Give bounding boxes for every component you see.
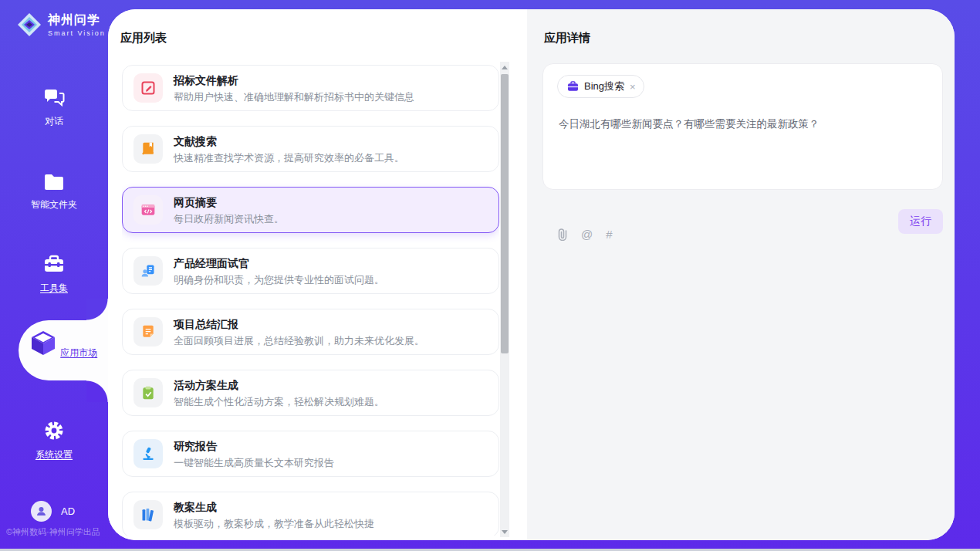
cube-icon bbox=[29, 330, 57, 356]
app-card-desc: 全面回顾项目进展，总结经验教训，助力未来优化发展。 bbox=[174, 333, 424, 348]
app-card-lesson-plan[interactable]: 教案生成 模板驱动，教案秒成，教学准备从此轻松快捷 bbox=[122, 492, 499, 536]
person-icon bbox=[35, 505, 47, 517]
app-card-list: 招标文件解析 帮助用户快速、准确地理解和解析招标书中的关键信息 文献搜索 bbox=[122, 65, 499, 536]
input-toolbar: @ # bbox=[557, 228, 613, 241]
brand-logo: 神州问学 Smart Vision bbox=[17, 12, 106, 37]
app-card-web-summary[interactable]: 网页摘要 每日政府新闻资讯快查。 bbox=[122, 187, 499, 233]
app-card-literature-search[interactable]: 文献搜索 快速精准查找学术资源，提高研究效率的必备工具。 bbox=[122, 126, 499, 172]
app-card-project-summary[interactable]: 项目总结汇报 全面回顾项目进展，总结经验教训，助力未来优化发展。 bbox=[122, 309, 499, 355]
user-account[interactable]: AD bbox=[31, 501, 75, 522]
app-detail-title: 应用详情 bbox=[544, 31, 590, 46]
app-detail-panel: 应用详情 Bing搜索 × 今日湖北有哪些新闻要点？有哪些需要关注的最新政策？ bbox=[527, 9, 955, 540]
app-card-title: 产品经理面试官 bbox=[174, 255, 384, 271]
brand-diamond-icon bbox=[17, 12, 42, 37]
app-card-title: 网页摘要 bbox=[174, 194, 284, 210]
app-list-title: 应用列表 bbox=[120, 31, 167, 46]
app-card-title: 项目总结汇报 bbox=[174, 316, 424, 332]
app-card-desc: 快速精准查找学术资源，提高研究效率的必备工具。 bbox=[174, 150, 404, 165]
interview-icon bbox=[133, 256, 163, 286]
main-panel: 应用列表 招标文件解析 帮助用户快速、准确地理解和解析招标书中的关键信息 bbox=[108, 9, 955, 540]
prompt-input-card: Bing搜索 × 今日湖北有哪些新闻要点？有哪些需要关注的最新政策？ @ # bbox=[542, 63, 943, 190]
sidebar-item-label: 智能文件夹 bbox=[31, 199, 77, 210]
sidebar: 神州问学 Smart Vision 对话 智能文件夹 bbox=[0, 0, 108, 549]
brand-subtitle: Smart Vision bbox=[48, 29, 106, 37]
edit-icon bbox=[133, 73, 163, 103]
gear-icon bbox=[43, 420, 65, 441]
app-card-desc: 智能生成个性化活动方案，轻松解决规划难题。 bbox=[174, 394, 384, 409]
app-card-title: 研究报告 bbox=[174, 438, 334, 454]
folder-icon bbox=[43, 173, 65, 191]
run-button[interactable]: 运行 bbox=[898, 209, 943, 234]
browser-icon bbox=[133, 195, 163, 225]
sidebar-item-label: 对话 bbox=[45, 116, 63, 127]
app-card-desc: 每日政府新闻资讯快查。 bbox=[174, 211, 284, 226]
scroll-up-icon[interactable] bbox=[500, 62, 509, 73]
app-list-panel: 应用列表 招标文件解析 帮助用户快速、准确地理解和解析招标书中的关键信息 bbox=[108, 9, 527, 540]
briefcase-icon bbox=[567, 81, 579, 92]
note-icon bbox=[133, 317, 163, 346]
sidebar-item-toolset[interactable]: 工具集 bbox=[0, 255, 108, 295]
user-initials: AD bbox=[61, 505, 75, 517]
clipboard-icon bbox=[133, 378, 163, 407]
copyright-footer: ©神州数码·神州问学出品 bbox=[6, 526, 100, 538]
app-card-title: 文献搜索 bbox=[174, 134, 404, 149]
microscope-icon bbox=[133, 439, 163, 468]
app-card-pm-interviewer[interactable]: 产品经理面试官 明确身份和职责，为您提供专业性的面试问题。 bbox=[122, 248, 499, 294]
toolbox-icon bbox=[43, 255, 65, 275]
active-tab-curve-bottom bbox=[86, 380, 108, 402]
app-card-event-plan[interactable]: 活动方案生成 智能生成个性化活动方案，轻松解决规划难题。 bbox=[122, 370, 499, 416]
scrollbar-thumb[interactable] bbox=[501, 74, 509, 353]
app-card-title: 教案生成 bbox=[174, 499, 374, 515]
chat-icon bbox=[43, 88, 65, 108]
active-tab-curve-top bbox=[86, 299, 108, 320]
tool-tag-label: Bing搜索 bbox=[584, 79, 624, 93]
app-card-title: 活动方案生成 bbox=[174, 377, 384, 393]
sidebar-item-label: 系统设置 bbox=[35, 449, 73, 460]
app-card-desc: 明确身份和职责，为您提供专业性的面试问题。 bbox=[174, 272, 384, 287]
app-card-desc: 一键智能生成高质量长文本研究报告 bbox=[174, 455, 334, 470]
app-card-research-report[interactable]: 研究报告 一键智能生成高质量长文本研究报告 bbox=[122, 431, 499, 477]
app-card-desc: 模板驱动，教案秒成，教学准备从此轻松快捷 bbox=[174, 516, 374, 531]
query-input[interactable]: 今日湖北有哪些新闻要点？有哪些需要关注的最新政策？ bbox=[559, 117, 927, 132]
scroll-down-icon[interactable] bbox=[500, 526, 509, 537]
app-card-title: 招标文件解析 bbox=[174, 73, 414, 88]
sidebar-item-app-market[interactable]: 应用市场 bbox=[19, 320, 108, 380]
tool-tag-bing-search[interactable]: Bing搜索 × bbox=[557, 75, 644, 98]
sidebar-item-chat[interactable]: 对话 bbox=[0, 88, 108, 128]
book-icon bbox=[133, 134, 163, 164]
close-icon[interactable]: × bbox=[630, 82, 636, 92]
sidebar-item-smart-folder[interactable]: 智能文件夹 bbox=[0, 173, 108, 211]
app-card-desc: 帮助用户快速、准确地理解和解析招标书中的关键信息 bbox=[174, 90, 414, 104]
app-card-bid-parsing[interactable]: 招标文件解析 帮助用户快速、准确地理解和解析招标书中的关键信息 bbox=[122, 65, 499, 111]
app-window: 神州问学 Smart Vision 对话 智能文件夹 bbox=[0, 0, 980, 551]
list-scrollbar[interactable] bbox=[500, 62, 509, 537]
brand-name: 神州问学 bbox=[48, 12, 106, 29]
sidebar-item-settings[interactable]: 系统设置 bbox=[0, 420, 108, 461]
sidebar-item-label: 应用市场 bbox=[60, 347, 97, 358]
books-icon bbox=[133, 500, 163, 529]
paperclip-icon[interactable] bbox=[557, 228, 568, 241]
avatar bbox=[31, 501, 52, 522]
mention-icon[interactable]: @ bbox=[581, 228, 593, 241]
sidebar-item-label: 工具集 bbox=[40, 282, 68, 293]
topic-icon[interactable]: # bbox=[606, 228, 612, 241]
